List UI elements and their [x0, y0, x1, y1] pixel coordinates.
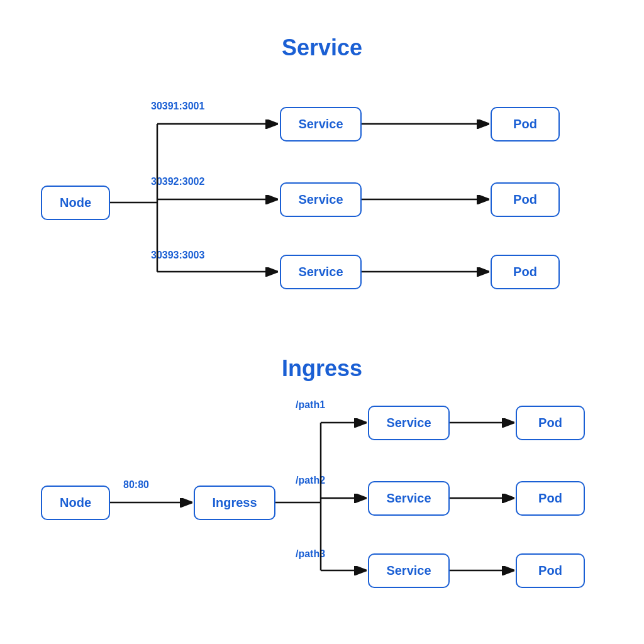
ingress-pod-box-1: Pod [516, 406, 585, 440]
path-label-3: /path3 [296, 548, 325, 560]
pod-box-2: Pod [491, 182, 560, 217]
ingress-service-box-1: Service [368, 406, 450, 440]
service-box-3: Service [280, 255, 362, 289]
ingress-box: Ingress [194, 486, 275, 520]
port-label-2: 30392:3002 [151, 176, 204, 187]
ingress-title: Ingress [0, 355, 644, 382]
pod-box-3: Pod [491, 255, 560, 289]
ingress-service-box-3: Service [368, 553, 450, 588]
service-node-box: Node [41, 186, 110, 220]
ingress-pod-box-2: Pod [516, 481, 585, 516]
ingress-port-label: 80:80 [123, 479, 149, 491]
port-label-3: 30393:3003 [151, 250, 204, 261]
ingress-node-box: Node [41, 486, 110, 520]
port-label-1: 30391:3001 [151, 101, 204, 112]
service-title: Service [0, 35, 644, 61]
arrows-svg [0, 0, 644, 644]
service-box-1: Service [280, 107, 362, 142]
pod-box-1: Pod [491, 107, 560, 142]
path-label-1: /path1 [296, 399, 325, 411]
path-label-2: /path2 [296, 475, 325, 486]
main-container: Service Node 30391:3001 30392:3002 30393… [0, 0, 644, 644]
ingress-pod-box-3: Pod [516, 553, 585, 588]
ingress-service-box-2: Service [368, 481, 450, 516]
service-box-2: Service [280, 182, 362, 217]
